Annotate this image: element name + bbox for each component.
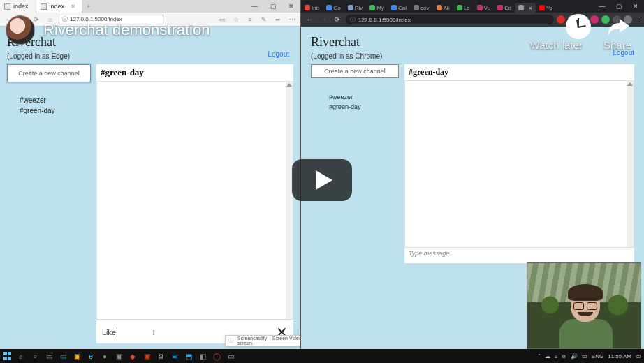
- tray-battery-icon[interactable]: ▭: [582, 353, 587, 360]
- taskbar-app-icon[interactable]: ◆: [126, 349, 140, 363]
- tray-wifi-icon[interactable]: ⋔: [562, 353, 566, 360]
- tray-network-icon[interactable]: ▵: [555, 353, 557, 360]
- chrome-tab[interactable]: Ed: [494, 3, 515, 13]
- scrollbar[interactable]: [627, 81, 634, 247]
- forward-button[interactable]: →: [318, 16, 329, 23]
- notes-icon[interactable]: ✎: [258, 16, 270, 23]
- chrome-tab[interactable]: Ak: [433, 3, 453, 13]
- home-button[interactable]: ⌂: [45, 16, 56, 23]
- tray-notifications-icon[interactable]: ▭: [636, 353, 641, 360]
- watch-later-icon[interactable]: [566, 14, 591, 39]
- share-icon[interactable]: [606, 14, 631, 39]
- chrome-tab[interactable]: Vu: [474, 3, 495, 13]
- refresh-button[interactable]: ⟳: [332, 16, 343, 23]
- search-icon[interactable]: ⌕: [14, 349, 28, 363]
- channel-item[interactable]: #weezer: [20, 96, 91, 104]
- taskbar-app-icon[interactable]: ▣: [112, 349, 126, 363]
- taskbar-app-icon[interactable]: ●: [98, 349, 112, 363]
- close-window-button[interactable]: ✕: [627, 0, 644, 13]
- chrome-menu-icon[interactable]: ⋮: [635, 16, 641, 23]
- message-area[interactable]: [96, 81, 293, 320]
- chrome-tab-strip: InbGoRivMyCalcovAkLeVuEd×Yo — ▢ ✕: [301, 0, 644, 13]
- tab-label: index: [50, 3, 65, 10]
- taskbar-app-icon[interactable]: ◧: [196, 349, 210, 363]
- taskbar-app-icon[interactable]: ⚙: [154, 349, 168, 363]
- extension-icon[interactable]: [557, 15, 565, 24]
- chrome-tab[interactable]: Go: [323, 3, 344, 13]
- edge-toolbar: ← → ⟳ ⌂ ⓘ127.0.0.1:5000/index ▭ ☆ ≡ ✎ ➦ …: [0, 13, 300, 27]
- chrome-tab[interactable]: cov: [410, 3, 432, 13]
- logout-link[interactable]: Logout: [268, 50, 289, 58]
- taskbar-app-icon[interactable]: ≋: [168, 349, 182, 363]
- close-tab-icon[interactable]: ×: [529, 5, 532, 11]
- start-button[interactable]: [0, 349, 14, 363]
- tab-label: Vu: [484, 5, 491, 11]
- share-icon[interactable]: ➦: [272, 16, 284, 23]
- channel-item[interactable]: #green-day: [20, 107, 91, 114]
- edge-tab-active[interactable]: index ×: [36, 0, 83, 13]
- address-bar[interactable]: ⓘ127.0.0.1:5000/index: [59, 15, 163, 24]
- tray-time[interactable]: 11:55 AM: [608, 353, 631, 360]
- tab-label: index: [13, 3, 29, 10]
- tray-chevron-icon[interactable]: ˄: [538, 353, 541, 360]
- taskbar-app-icon[interactable]: ▣: [70, 349, 84, 363]
- taskbar-app-icon[interactable]: ⬒: [182, 349, 196, 363]
- cortana-icon[interactable]: ○: [28, 349, 42, 363]
- text-cursor: [117, 327, 117, 337]
- taskbar-app-icon[interactable]: ◯: [210, 349, 224, 363]
- favorites-icon[interactable]: ☆: [230, 16, 242, 23]
- favicon: [305, 5, 310, 10]
- settings-icon[interactable]: ⋯: [286, 16, 298, 23]
- favicon: [477, 5, 483, 10]
- tab-label: Cal: [398, 5, 407, 11]
- tray-cloud-icon[interactable]: ☁: [545, 353, 550, 360]
- channel-item[interactable]: #weezer: [329, 94, 399, 101]
- composer-text: Like: [102, 328, 116, 336]
- forward-button[interactable]: →: [17, 16, 28, 23]
- favicon: [518, 5, 524, 10]
- chrome-tab[interactable]: Cal: [388, 3, 410, 13]
- address-bar[interactable]: ⓘ127.0.0.1:5000/index: [346, 15, 554, 24]
- chrome-tab[interactable]: My: [366, 3, 388, 13]
- back-button[interactable]: ←: [304, 16, 315, 23]
- scrollbar[interactable]: [286, 82, 293, 319]
- chrome-tab[interactable]: Inb: [301, 3, 323, 13]
- chrome-tab[interactable]: Yo: [536, 3, 556, 13]
- channel-item[interactable]: #green-day: [329, 103, 399, 110]
- close-tab-icon[interactable]: ×: [71, 3, 75, 10]
- message-composer[interactable]: Type message.: [404, 248, 634, 263]
- close-window-button[interactable]: ✕: [282, 0, 300, 13]
- share-label[interactable]: Share: [603, 39, 631, 51]
- minimize-button[interactable]: —: [594, 0, 610, 13]
- chrome-tab[interactable]: Riv: [344, 3, 367, 13]
- task-view-icon[interactable]: ▭: [42, 349, 56, 363]
- minimize-button[interactable]: —: [246, 0, 264, 13]
- play-button[interactable]: [292, 159, 352, 201]
- tray-language[interactable]: ENG: [592, 353, 603, 360]
- maximize-button[interactable]: ▢: [264, 0, 282, 13]
- taskbar-app-icon[interactable]: e: [84, 349, 98, 363]
- back-button[interactable]: ←: [3, 16, 14, 23]
- edge-tab[interactable]: index: [0, 0, 36, 13]
- reading-view-icon[interactable]: ▭: [217, 16, 228, 23]
- favorites-bar-icon[interactable]: ≡: [244, 16, 256, 23]
- tab-label: Ed: [504, 5, 511, 11]
- chrome-tab[interactable]: Le: [453, 3, 474, 13]
- favicon: [457, 5, 462, 10]
- create-channel-input[interactable]: Create a new channel: [311, 64, 399, 78]
- sidebar-left: Create a new channel #weezer #green-day: [7, 64, 91, 343]
- new-tab-button[interactable]: +: [82, 3, 94, 10]
- taskbar-app-icon[interactable]: ▣: [140, 349, 154, 363]
- browser-window-edge: index index × + — ▢ ✕ ← → ⟳ ⌂ ⓘ1: [0, 0, 301, 349]
- taskbar-app-icon[interactable]: ▭: [224, 349, 237, 363]
- create-channel-input[interactable]: Create a new channel: [7, 64, 91, 82]
- taskbar-app-icon[interactable]: ▭: [56, 349, 70, 363]
- maximize-button[interactable]: ▢: [610, 0, 627, 13]
- message-area[interactable]: [404, 80, 634, 248]
- watch-later-label[interactable]: Watch later: [530, 39, 583, 51]
- tray-volume-icon[interactable]: 🔊: [571, 353, 578, 360]
- webcam-overlay: [527, 262, 641, 349]
- refresh-button[interactable]: ⟳: [31, 16, 42, 23]
- chrome-tab[interactable]: ×: [515, 3, 536, 13]
- login-status: (Logged in as Edge): [7, 52, 293, 60]
